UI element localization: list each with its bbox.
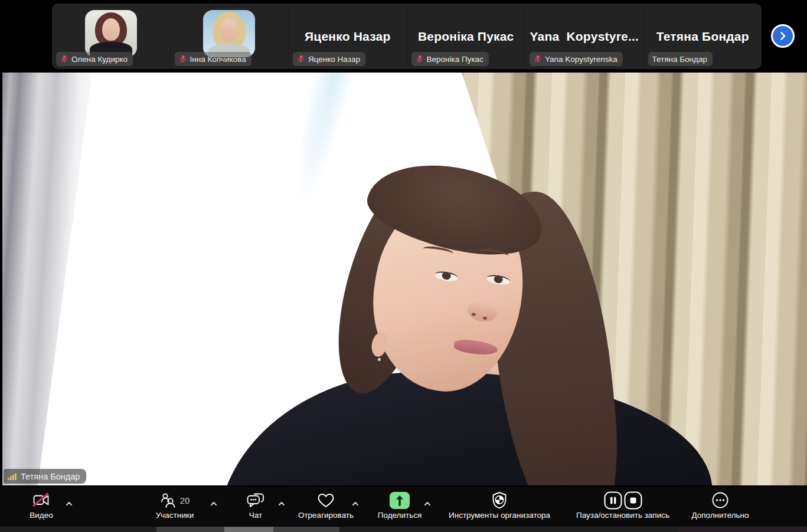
chevron-right-icon: [778, 31, 788, 41]
iris: [442, 271, 452, 280]
strip-segment: [679, 527, 807, 532]
participant-name-chip: Вероніка Пукас: [411, 52, 489, 66]
avatar-face: [102, 18, 120, 41]
record-pause-stop-button[interactable]: Пауза/остановить запись: [564, 487, 682, 527]
camera-off-icon: [12, 487, 71, 509]
participant-name-chip: Інна Копчикова: [175, 52, 251, 66]
meeting-toolbar: Видео 20 Участники: [0, 487, 807, 527]
audio-signal-icon: [7, 472, 17, 481]
chat-icon: [232, 487, 279, 509]
participants-button[interactable]: 20 Участники: [145, 487, 204, 527]
more-options-icon: [685, 487, 756, 509]
participant-name: Yana Kopystyrenska: [545, 55, 617, 64]
left-curtain: [2, 73, 109, 485]
participant-tile[interactable]: Тетяна Бондар Тетяна Бондар: [644, 4, 762, 69]
more-button[interactable]: Дополнительно: [685, 487, 756, 527]
participant-display-name: Yana Kopystyre...: [525, 29, 643, 44]
active-speaker-video[interactable]: Тетяна Бондар: [0, 71, 807, 487]
participants-count: 20: [180, 495, 190, 505]
participant-name: Яценко Назар: [308, 55, 360, 64]
more-label: Дополнительно: [685, 511, 756, 520]
muted-mic-icon: [534, 55, 542, 63]
nostril: [483, 316, 488, 320]
iris: [494, 275, 504, 284]
video-label: Видео: [12, 511, 71, 520]
active-speaker-name-tag: Тетяна Бондар: [4, 469, 86, 484]
participant-tile[interactable]: Вероніка Пукас Вероніка Пукас: [407, 4, 526, 69]
zoom-meeting-window: Олена Кудирко Інна Копчикова Я: [0, 0, 807, 532]
participant-display-name: Яценко Назар: [289, 29, 407, 44]
video-button[interactable]: Видео: [12, 487, 71, 527]
chat-button[interactable]: Чат: [232, 487, 279, 527]
share-button[interactable]: Поделиться: [370, 487, 429, 527]
participant-tile[interactable]: Yana Kopystyre... Yana Kopystyrenska: [525, 4, 644, 69]
participant-name-chip: Yana Kopystyrenska: [530, 52, 623, 66]
record-label: Пауза/остановить запись: [564, 511, 682, 520]
earring: [378, 358, 381, 361]
pause-recording-icon[interactable]: [604, 491, 622, 510]
participants-options-chevron[interactable]: [210, 498, 217, 503]
muted-mic-icon: [60, 55, 68, 63]
muted-mic-icon: [297, 55, 305, 63]
participants-label: Участники: [145, 511, 204, 520]
participant-name: Інна Копчикова: [190, 55, 246, 64]
next-participants-button[interactable]: [771, 24, 795, 48]
muted-mic-icon: [179, 55, 187, 63]
participant-display-name: Тетяна Бондар: [644, 29, 762, 44]
chat-label: Чат: [232, 511, 279, 520]
participant-tile[interactable]: Інна Копчикова: [171, 4, 289, 69]
strip-segment: [224, 527, 273, 532]
active-speaker-name: Тетяна Бондар: [21, 472, 80, 481]
video-options-chevron[interactable]: [66, 498, 73, 503]
react-button[interactable]: Отреагировать: [290, 487, 361, 527]
host-tools-button[interactable]: Инструменты организатора: [437, 487, 561, 527]
participant-tile[interactable]: Яценко Назар Яценко Назар: [289, 4, 407, 69]
shield-icon: [437, 487, 561, 509]
avatar: [203, 10, 255, 57]
window-light: [280, 73, 357, 217]
share-options-chevron[interactable]: [424, 498, 431, 503]
react-label: Отреагировать: [290, 511, 361, 520]
nostril: [472, 313, 476, 316]
participant-name-chip: Олена Кудирко: [56, 52, 133, 66]
participant-name-chip: Тетяна Бондар: [648, 52, 713, 66]
muted-mic-icon: [416, 55, 424, 63]
strip-segment: [156, 527, 224, 532]
video-scene: Тетяна Бондар: [2, 73, 807, 485]
strip-segment: [273, 527, 339, 532]
participant-name: Вероніка Пукас: [427, 55, 483, 64]
participant-filmstrip: Олена Кудирко Інна Копчикова Я: [52, 4, 762, 69]
avatar-face: [220, 18, 238, 41]
heart-icon: [290, 487, 361, 509]
participant-tile[interactable]: Олена Кудирко: [52, 4, 171, 69]
participant-name: Тетяна Бондар: [652, 55, 707, 64]
chat-options-chevron[interactable]: [278, 498, 285, 503]
share-screen-icon: [370, 487, 429, 509]
share-label: Поделиться: [370, 511, 429, 520]
participants-icon: [160, 492, 177, 508]
participant-name-chip: Яценко Назар: [293, 52, 365, 66]
participant-display-name: Вероніка Пукас: [407, 29, 525, 44]
stop-recording-icon[interactable]: [624, 491, 642, 510]
avatar: [85, 10, 137, 57]
taskbar-edge-strip: [0, 527, 807, 532]
host-tools-label: Инструменты организатора: [437, 511, 561, 520]
participant-name: Олена Кудирко: [71, 55, 128, 64]
react-options-chevron[interactable]: [352, 498, 359, 503]
